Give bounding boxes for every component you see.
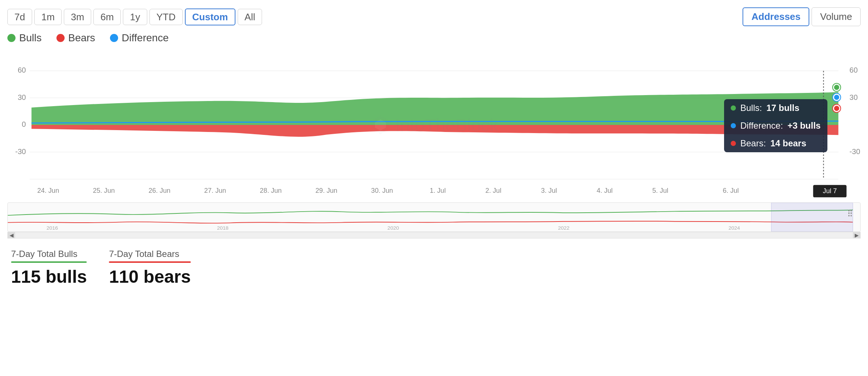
scroll-right-arrow[interactable]: ▶ — [853, 232, 860, 238]
bulls-cursor-dot — [833, 84, 840, 91]
svg-rect-40 — [851, 212, 852, 214]
tooltip-bulls-label: Bulls: — [740, 103, 762, 113]
tooltip-diff-value: +3 bulls — [788, 121, 821, 131]
filter-custom[interactable]: Custom — [185, 8, 235, 25]
svg-text:2018: 2018 — [217, 225, 229, 231]
tooltip-bears-dot — [731, 141, 736, 146]
time-filter-left: 7d 1m 3m 6m 1y YTD Custom All — [7, 8, 262, 25]
legend-bulls-label: Bulls — [19, 32, 42, 44]
filter-1m[interactable]: 1m — [34, 9, 62, 25]
svg-text:-30: -30 — [850, 147, 860, 155]
svg-rect-41 — [851, 215, 852, 216]
bears-dot — [56, 34, 65, 42]
scroll-left-arrow[interactable]: ◀ — [8, 232, 15, 238]
svg-text:-30: -30 — [15, 147, 26, 155]
stat-bulls-label: 7-Day Total Bulls — [11, 249, 87, 259]
svg-text:2. Jul: 2. Jul — [485, 186, 501, 194]
svg-rect-37 — [848, 212, 850, 214]
filter-7d[interactable]: 7d — [7, 9, 32, 25]
svg-text:25. Jun: 25. Jun — [93, 186, 115, 194]
filter-3m[interactable]: 3m — [64, 9, 91, 25]
svg-text:6. Jul: 6. Jul — [723, 186, 739, 194]
svg-text:5. Jul: 5. Jul — [652, 186, 668, 194]
svg-text:2020: 2020 — [388, 225, 399, 231]
svg-rect-35 — [771, 203, 853, 231]
stat-bears: 7-Day Total Bears 110 bears — [109, 249, 191, 287]
tooltip-bulls-row: Bulls: 17 bulls — [724, 99, 827, 117]
tooltip-bears-value: 14 bears — [770, 138, 806, 149]
filter-1y[interactable]: 1y — [123, 9, 147, 25]
svg-text:28. Jun: 28. Jun — [260, 186, 282, 194]
filter-all[interactable]: All — [238, 9, 262, 25]
svg-text:27. Jun: 27. Jun — [204, 186, 226, 194]
bulls-dot — [7, 34, 16, 42]
stat-bears-label: 7-Day Total Bears — [109, 249, 191, 259]
svg-text:3. Jul: 3. Jul — [541, 186, 557, 194]
svg-text:0: 0 — [22, 120, 26, 128]
legend-bulls[interactable]: Bulls — [7, 32, 42, 44]
stat-bulls-value: 115 bulls — [11, 267, 87, 287]
svg-text:2016: 2016 — [46, 225, 58, 231]
filter-ytd[interactable]: YTD — [149, 9, 183, 25]
svg-text:4. Jul: 4. Jul — [597, 186, 613, 194]
metric-volume[interactable]: Volume — [812, 7, 861, 26]
svg-text:24. Jun: 24. Jun — [37, 186, 59, 194]
legend-bears[interactable]: Bears — [56, 32, 95, 44]
filter-6m[interactable]: 6m — [93, 9, 121, 25]
main-chart-wrapper: IntoTheBlock 60 30 0 -30 60 30 -30 — [7, 48, 861, 202]
stat-bulls-underline — [11, 261, 87, 263]
chart-tooltip: Bulls: 17 bulls Difference: +3 bulls Bea… — [724, 99, 827, 152]
scroll-bar[interactable]: ◀ ▶ — [7, 232, 861, 239]
metric-addresses[interactable]: Addresses — [743, 7, 809, 26]
legend-difference-label: Difference — [122, 32, 169, 44]
range-selector[interactable]: 2016 2018 2020 2022 2024 — [7, 202, 861, 232]
mini-chart-svg: 2016 2018 2020 2022 2024 — [8, 203, 860, 231]
svg-rect-36 — [848, 210, 850, 212]
svg-text:29. Jun: 29. Jun — [316, 186, 337, 194]
stat-bears-value: 110 bears — [109, 267, 191, 287]
metric-filter-right: Addresses Volume — [743, 7, 861, 26]
legend-difference[interactable]: Difference — [110, 32, 169, 44]
svg-text:1. Jul: 1. Jul — [430, 186, 445, 194]
stat-bulls: 7-Day Total Bulls 115 bulls — [11, 249, 87, 287]
bears-cursor-dot — [833, 105, 840, 112]
svg-text:60: 60 — [850, 66, 858, 74]
stat-bears-underline — [109, 261, 191, 263]
tooltip-diff-dot — [731, 123, 736, 128]
svg-text:26. Jun: 26. Jun — [148, 186, 170, 194]
difference-dot — [110, 34, 118, 42]
svg-text:30: 30 — [18, 93, 26, 101]
chart-legend: Bulls Bears Difference — [7, 32, 861, 44]
svg-text:60: 60 — [18, 66, 26, 74]
svg-text:2022: 2022 — [558, 225, 569, 231]
svg-text:30. Jun: 30. Jun — [371, 186, 393, 194]
tooltip-bears-label: Bears: — [740, 138, 766, 149]
time-filter-bar: 7d 1m 3m 6m 1y YTD Custom All Addresses … — [7, 7, 861, 26]
svg-text:2024: 2024 — [728, 225, 740, 231]
svg-rect-38 — [848, 215, 850, 216]
svg-rect-39 — [851, 210, 852, 212]
tooltip-bulls-dot — [731, 105, 736, 111]
tooltip-diff-label: Difference: — [740, 121, 783, 131]
tooltip-bulls-value: 17 bulls — [767, 103, 799, 113]
tooltip-bears-row: Bears: 14 bears — [724, 135, 827, 152]
stats-section: 7-Day Total Bulls 115 bulls 7-Day Total … — [7, 249, 861, 287]
diff-cursor-dot — [833, 94, 840, 101]
svg-text:30: 30 — [850, 93, 858, 101]
legend-bears-label: Bears — [68, 32, 95, 44]
svg-text:Jul 7: Jul 7 — [823, 187, 837, 194]
tooltip-diff-row: Difference: +3 bulls — [724, 117, 827, 135]
